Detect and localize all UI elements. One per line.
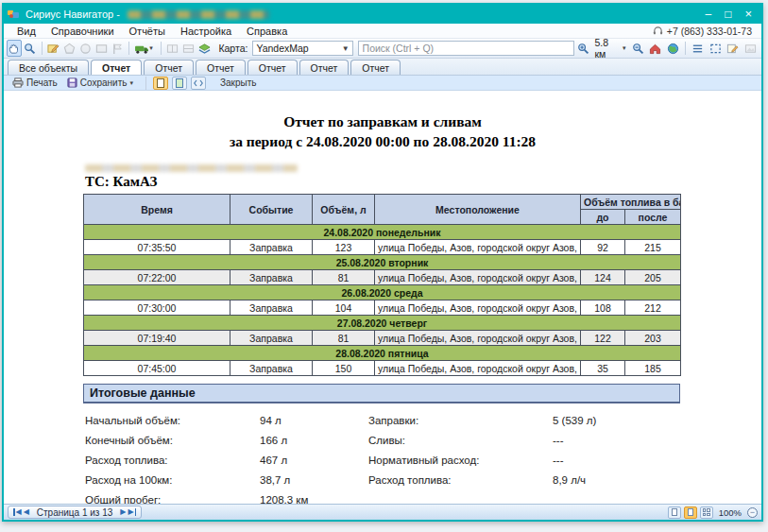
totals-right-label: Расход топлива: <box>368 474 553 486</box>
col-header-before: до <box>581 210 625 225</box>
report-toolbar: Печать Сохранить ▾ Закрыть <box>4 76 761 91</box>
layout-one-page-button[interactable] <box>668 506 681 519</box>
map-layers-button[interactable] <box>197 40 213 57</box>
fit-width-button[interactable] <box>191 77 206 90</box>
col-header-event: Событие <box>230 195 313 225</box>
headset-icon <box>653 26 663 36</box>
select-area-button[interactable] <box>708 40 725 57</box>
layers-icon <box>198 43 211 55</box>
zoom-in-button[interactable] <box>575 40 592 57</box>
close-report-label: Закрыть <box>220 77 257 88</box>
col-header-location: Местоположение <box>375 195 581 225</box>
minimize-button[interactable]: – <box>705 9 711 20</box>
table-cell: 07:22:00 <box>84 270 230 285</box>
zoom-level: 100% <box>719 507 742 518</box>
tab-4[interactable]: Отчет <box>247 60 298 75</box>
totals-right-label: Сливы: <box>368 435 553 446</box>
totals-left-value: 166 л <box>260 435 368 446</box>
toolbar-separator <box>161 42 162 55</box>
table-cell: 205 <box>625 270 681 285</box>
floppy-icon <box>67 77 77 88</box>
date-band-row: 25.08.2020 вторник <box>84 255 681 270</box>
flag-tool-button[interactable] <box>110 40 125 57</box>
totals-grid: Начальный объём:94 лЗаправки:5 (539 л)Ко… <box>83 415 680 504</box>
zoom-out-circle-button[interactable]: − <box>747 507 758 518</box>
view-whole-page-button[interactable] <box>172 77 187 90</box>
home-icon <box>649 43 661 55</box>
vehicle-heading: ТС: КамАЗ <box>85 174 682 190</box>
last-page-button[interactable]: ▶ <box>128 508 137 516</box>
menu-item-4[interactable]: Справка <box>239 25 295 38</box>
image-button[interactable] <box>742 40 759 57</box>
totals-right-value <box>553 494 682 504</box>
table-cell: 35 <box>581 361 625 376</box>
circle-tool-button[interactable] <box>77 40 93 57</box>
globe-icon <box>667 43 679 55</box>
table-cell: 150 <box>313 361 375 376</box>
table-row: 07:22:00Заправка81улица Победы, Азов, го… <box>84 270 681 285</box>
menu-item-0[interactable]: Вид <box>9 25 43 38</box>
note-pencil-icon <box>726 43 739 55</box>
menu-item-1[interactable]: Справочники <box>43 25 122 38</box>
scale-caret-icon[interactable]: ▾ <box>623 44 626 52</box>
support-phone: +7 (863) 333-01-73 <box>653 26 756 37</box>
redacted-title-text <box>128 10 269 19</box>
view-single-page-button[interactable] <box>153 77 168 90</box>
totals-left-label: Расход на 100км: <box>85 474 260 486</box>
tab-6[interactable]: Отчет <box>350 60 401 75</box>
one-page-icon <box>672 508 677 516</box>
edit-note-button[interactable] <box>725 40 742 57</box>
vehicle-menu-button[interactable]: ▾ <box>133 40 157 57</box>
table-cell: 122 <box>581 331 625 346</box>
zoom-out-icon <box>632 43 644 55</box>
menu-item-2[interactable]: Отчёты <box>122 25 173 38</box>
date-band-label: 28.08.2020 пятница <box>84 346 681 361</box>
save-button[interactable]: Сохранить ▾ <box>64 77 139 90</box>
home-button[interactable] <box>647 40 664 57</box>
split-horizontal-button[interactable] <box>165 40 180 57</box>
map-scale-value[interactable]: 5.8 км <box>594 37 620 60</box>
pan-tool-button[interactable] <box>7 40 22 57</box>
tab-bar: Все объектыОтчетОтчетОтчетОтчетОтчетОтче… <box>4 59 761 76</box>
map-select[interactable]: YandexMap ▼ <box>252 41 352 56</box>
print-button[interactable]: Печать <box>9 77 60 90</box>
track-list-button[interactable] <box>690 40 707 57</box>
tab-3[interactable]: Отчет <box>196 60 246 75</box>
tab-2[interactable]: Отчет <box>144 60 194 75</box>
zoom-search-button[interactable] <box>23 40 38 57</box>
search-input[interactable] <box>358 41 574 56</box>
zoom-out-button[interactable] <box>630 40 647 57</box>
first-page-button[interactable]: ◀ <box>12 508 22 516</box>
tab-0[interactable]: Все объекты <box>8 60 89 75</box>
close-report-button[interactable]: Закрыть <box>217 77 260 90</box>
split-vertical-button[interactable] <box>181 40 196 57</box>
layout-multi-page-button[interactable] <box>700 506 713 519</box>
truck-icon <box>134 43 149 55</box>
polygon-tool-button[interactable] <box>62 40 77 57</box>
date-band-row: 24.08.2020 понедельник <box>84 225 681 240</box>
table-cell: улица Победы, Азов, городской округ Азов… <box>375 361 581 376</box>
globe-button[interactable] <box>665 40 682 57</box>
tab-1[interactable]: Отчет <box>91 60 142 75</box>
report-table: Время Событие Объём, л Местоположение Об… <box>83 194 681 376</box>
col-header-tank: Объём топлива в баке, л <box>581 195 681 210</box>
maximize-button[interactable]: □ <box>725 9 731 20</box>
table-cell: 07:45:00 <box>84 361 230 376</box>
close-button[interactable]: × <box>744 9 752 20</box>
rectangle-tool-button[interactable] <box>94 40 109 57</box>
rectangle-icon <box>95 43 108 55</box>
totals-right-label: Нормативный расход: <box>368 455 553 466</box>
menu-item-3[interactable]: Настройка <box>173 25 239 38</box>
map-pencil-icon <box>47 43 60 55</box>
date-band-label: 24.08.2020 понедельник <box>84 225 681 240</box>
prev-page-button[interactable]: ◀ <box>24 508 29 516</box>
table-row: 07:19:40Заправка81улица Победы, Азов, го… <box>84 331 681 346</box>
next-page-button[interactable]: ▶ <box>120 508 126 516</box>
layout-two-page-button[interactable] <box>684 506 697 519</box>
draw-route-button[interactable] <box>46 40 61 57</box>
page-navigator: ◀ ◀ Страница 1 из 13 ▶ ▶ <box>8 506 142 519</box>
table-cell: 92 <box>581 240 625 255</box>
tab-5[interactable]: Отчет <box>299 60 350 75</box>
print-label: Печать <box>26 77 58 88</box>
title-bar: Сириус Навигатор - – □ × <box>4 5 761 24</box>
